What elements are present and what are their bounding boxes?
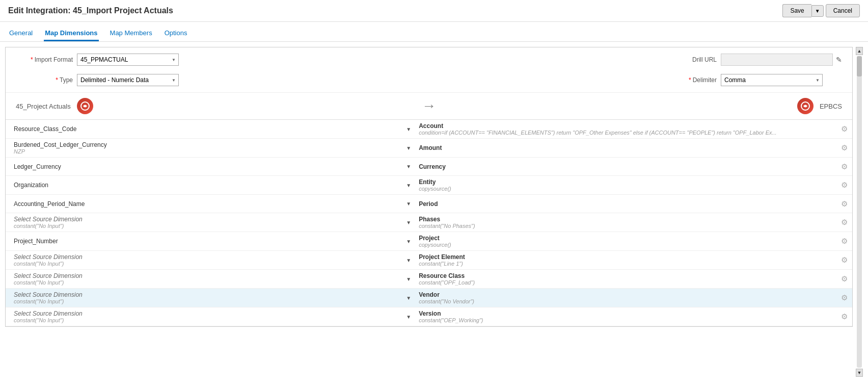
gear-settings-button[interactable]: ⚙: [836, 120, 852, 138]
source-app-label: 45_Project Actuals: [16, 102, 71, 110]
delimiter-select-wrapper[interactable]: Comma: [721, 74, 823, 86]
dim-row: Select Source Dimensionconstant("No Inpu…: [6, 289, 852, 307]
source-dim-name[interactable]: Ledger_Currency: [14, 163, 399, 170]
tab-map-dimensions[interactable]: Map Dimensions: [44, 26, 98, 41]
dest-column: Project Elementconstant("Line 1"): [414, 251, 836, 269]
dropdown-trigger[interactable]: ▼: [403, 307, 414, 326]
dest-column: Resource Classconstant("OPF_Load"): [414, 270, 836, 288]
dest-column: Projectcopysource(): [414, 232, 836, 250]
dest-dim-name: Amount: [419, 144, 834, 151]
source-dim-name[interactable]: Select Source Dimension: [14, 253, 399, 261]
save-dropdown-button[interactable]: ▼: [811, 5, 824, 17]
dest-dim-name: Currency: [419, 163, 834, 170]
dest-column: Vendorconstant("No Vendor"): [414, 289, 836, 307]
source-column: Project_Number: [6, 232, 403, 250]
right-form-fields: Drill URL ✎ *Delimiter Comma: [685, 54, 842, 86]
drill-url-input[interactable]: [721, 54, 833, 66]
dim-row: Project_Number▼Projectcopysource()⚙: [6, 232, 852, 251]
gear-settings-button[interactable]: ⚙: [836, 195, 852, 213]
source-column: Select Source Dimensionconstant("No Inpu…: [6, 289, 403, 307]
edit-icon[interactable]: ✎: [836, 56, 842, 64]
import-format-row: *Import Format 45_PPMACTUAL: [16, 54, 179, 66]
tab-options[interactable]: Options: [164, 26, 188, 41]
drill-url-row: Drill URL ✎: [685, 54, 842, 66]
scroll-up-button[interactable]: ▲: [856, 47, 863, 55]
source-app: 45_Project Actuals: [16, 98, 209, 114]
type-row: *Type Delimited - Numeric Data: [16, 74, 179, 86]
dropdown-trigger[interactable]: ▼: [403, 158, 414, 175]
dropdown-trigger[interactable]: ▼: [403, 232, 414, 250]
dim-row: Select Source Dimensionconstant("No Inpu…: [6, 213, 852, 232]
dropdown-trigger[interactable]: ▼: [403, 251, 414, 269]
dest-column: Accountcondition=if (ACCOUNT== "FINANCIA…: [414, 120, 836, 138]
dropdown-trigger[interactable]: ▼: [403, 120, 414, 138]
tab-general[interactable]: General: [8, 26, 34, 41]
source-column: Select Source Dimensionconstant("No Inpu…: [6, 307, 403, 326]
source-dim-name[interactable]: Accounting_Period_Name: [14, 200, 399, 208]
tab-map-members[interactable]: Map Members: [109, 26, 153, 41]
dim-row: Organization▼Entitycopysource()⚙: [6, 176, 852, 195]
dim-row: Burdened_Cost_Ledger_CurrencyNZP▼Amount⚙: [6, 139, 852, 158]
source-dim-name[interactable]: Resource_Class_Code: [14, 125, 399, 133]
source-dim-name[interactable]: Select Source Dimension: [14, 310, 399, 317]
dest-dim-name: Project: [419, 235, 834, 242]
type-select-wrapper[interactable]: Delimited - Numeric Data: [77, 74, 179, 86]
gear-settings-button[interactable]: ⚙: [836, 176, 852, 194]
top-form: *Import Format 45_PPMACTUAL *Type Delimi…: [6, 47, 852, 93]
scrollbar-thumb[interactable]: [857, 56, 862, 76]
form-panel: *Import Format 45_PPMACTUAL *Type Delimi…: [5, 47, 853, 327]
source-app-icon: [77, 98, 93, 114]
gear-settings-button[interactable]: ⚙: [836, 270, 852, 288]
gear-settings-button[interactable]: ⚙: [836, 158, 852, 175]
scrollbar-track: [857, 56, 862, 368]
dropdown-trigger[interactable]: ▼: [403, 270, 414, 288]
dest-dim-sub: constant("OEP_Working"): [419, 317, 834, 323]
scroll-down-button[interactable]: ▼: [856, 369, 863, 377]
gear-settings-button[interactable]: ⚙: [836, 251, 852, 269]
header-buttons: Save ▼ Cancel: [782, 4, 860, 17]
dest-dim-name: Vendor: [419, 291, 834, 298]
source-column: Resource_Class_Code: [6, 120, 403, 138]
dest-dim-sub: copysource(): [419, 186, 834, 192]
gear-settings-button[interactable]: ⚙: [836, 139, 852, 157]
cancel-button[interactable]: Cancel: [826, 4, 860, 17]
dropdown-trigger[interactable]: ▼: [403, 195, 414, 213]
dest-column: Versionconstant("OEP_Working"): [414, 307, 836, 326]
gear-settings-button[interactable]: ⚙: [836, 213, 852, 231]
type-select[interactable]: Delimited - Numeric Data: [77, 74, 179, 86]
source-column: Select Source Dimensionconstant("No Inpu…: [6, 251, 403, 269]
source-dim-sub: constant("No Input"): [14, 279, 399, 286]
mapping-header: 45_Project Actuals → EPBCS: [6, 93, 852, 120]
source-dim-name[interactable]: Select Source Dimension: [14, 216, 399, 223]
source-dim-name[interactable]: Project_Number: [14, 238, 399, 245]
source-dim-name[interactable]: Burdened_Cost_Ledger_Currency: [14, 141, 399, 148]
source-dim-name[interactable]: Organization: [14, 182, 399, 189]
dest-app-icon: [797, 98, 813, 114]
gear-settings-button[interactable]: ⚙: [836, 232, 852, 250]
dropdown-trigger[interactable]: ▼: [403, 213, 414, 231]
import-format-select-wrapper[interactable]: 45_PPMACTUAL: [77, 54, 179, 66]
dim-row: Select Source Dimensionconstant("No Inpu…: [6, 307, 852, 326]
arrow-section: →: [209, 98, 648, 114]
dest-dim-name: Version: [419, 310, 834, 317]
dropdown-trigger[interactable]: ▼: [403, 289, 414, 307]
left-form-fields: *Import Format 45_PPMACTUAL *Type Delimi…: [16, 54, 179, 86]
import-format-select[interactable]: 45_PPMACTUAL: [77, 54, 179, 66]
source-dim-name[interactable]: Select Source Dimension: [14, 291, 399, 298]
source-column: Ledger_Currency: [6, 158, 403, 175]
main-content: *Import Format 45_PPMACTUAL *Type Delimi…: [0, 42, 868, 382]
source-dim-sub: constant("No Input"): [14, 261, 399, 267]
source-oracle-icon: [80, 101, 90, 111]
delimiter-select[interactable]: Comma: [721, 74, 823, 86]
dest-dim-sub: constant("No Vendor"): [419, 298, 834, 304]
dropdown-trigger[interactable]: ▼: [403, 139, 414, 157]
delimiter-row: *Delimiter Comma: [685, 74, 823, 86]
save-button[interactable]: Save: [782, 4, 811, 17]
source-dim-name[interactable]: Select Source Dimension: [14, 272, 399, 279]
mapping-arrow: →: [422, 98, 436, 114]
gear-settings-button[interactable]: ⚙: [836, 289, 852, 307]
dest-dim-name: Entity: [419, 178, 834, 186]
gear-settings-button[interactable]: ⚙: [836, 307, 852, 326]
dropdown-trigger[interactable]: ▼: [403, 176, 414, 194]
source-dim-sub: constant("No Input"): [14, 317, 399, 323]
